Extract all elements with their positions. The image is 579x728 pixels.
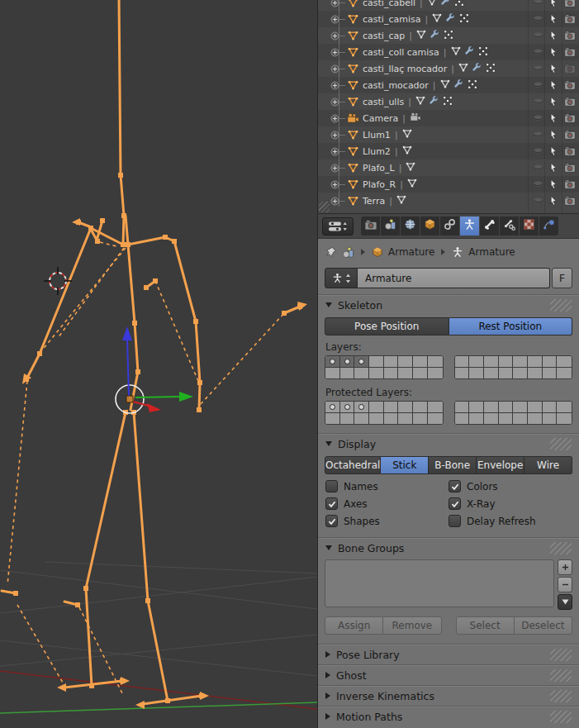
layer-toggle[interactable]	[398, 368, 413, 378]
option-axes[interactable]: Axes	[325, 497, 448, 510]
tab-object[interactable]	[420, 216, 439, 236]
layer-toggle[interactable]	[384, 368, 399, 378]
layer-toggle[interactable]	[384, 402, 399, 413]
viewport-3d[interactable]	[0, 0, 318, 728]
checkbox-icon[interactable]	[325, 515, 338, 527]
layer-toggle[interactable]	[528, 413, 543, 424]
layer-toggle[interactable]	[557, 413, 572, 424]
assign-button[interactable]: Assign	[325, 616, 383, 635]
object-name[interactable]: Terra	[363, 196, 385, 207]
selectable-toggle[interactable]	[547, 146, 560, 157]
hide-toggle[interactable]	[531, 131, 544, 139]
outliner-row[interactable]: casti_cap |	[318, 27, 579, 44]
selectable-toggle[interactable]	[547, 0, 560, 8]
layer-toggle[interactable]	[413, 356, 428, 368]
checkbox-icon[interactable]	[448, 497, 461, 510]
layer-toggle[interactable]	[499, 356, 514, 368]
renderable-toggle[interactable]	[563, 130, 577, 140]
layer-toggle[interactable]	[413, 402, 428, 413]
object-name[interactable]: casti_coll camisa	[363, 47, 439, 58]
layer-toggle[interactable]	[369, 413, 384, 424]
layer-toggle[interactable]	[325, 402, 340, 413]
mode-octahedral-button[interactable]: Octahedral	[325, 456, 381, 474]
layer-toggle[interactable]	[455, 402, 470, 413]
layer-toggle[interactable]	[398, 356, 413, 368]
layer-toggle[interactable]	[528, 356, 543, 368]
mode-wire-button[interactable]: Wire	[524, 456, 572, 474]
layer-toggle[interactable]	[499, 402, 514, 413]
selectable-toggle[interactable]	[547, 47, 560, 58]
selectable-toggle[interactable]	[547, 130, 560, 140]
select-button[interactable]: Select	[456, 616, 515, 635]
layer-toggle[interactable]	[455, 356, 470, 368]
remove-group-button[interactable]	[558, 577, 572, 592]
outliner-row[interactable]: Plafo_L |	[318, 159, 579, 176]
expand-icon[interactable]	[330, 146, 339, 156]
selectable-toggle[interactable]	[547, 97, 560, 107]
hide-toggle[interactable]	[531, 148, 544, 155]
layer-toggle[interactable]	[340, 402, 355, 413]
tab-constraints[interactable]	[440, 216, 459, 236]
layer-toggle[interactable]	[340, 413, 355, 424]
renderable-toggle[interactable]	[563, 97, 577, 107]
breadcrumb-data[interactable]: Armature	[468, 246, 515, 258]
outliner-row[interactable]: Plafo_R |	[318, 176, 579, 193]
selectable-toggle[interactable]	[547, 163, 560, 174]
expand-icon[interactable]	[330, 196, 339, 206]
hide-toggle[interactable]	[531, 65, 544, 73]
panel-drag-grip[interactable]	[550, 542, 572, 554]
scene-data-icon[interactable]	[342, 246, 354, 259]
hide-toggle[interactable]	[531, 164, 544, 172]
id-type-selector[interactable]	[325, 268, 358, 288]
layer-toggle[interactable]	[455, 368, 470, 378]
selectable-toggle[interactable]	[547, 14, 560, 25]
layer-toggle[interactable]	[369, 368, 384, 378]
object-name[interactable]: casti_mocador	[363, 80, 429, 91]
renderable-toggle[interactable]	[563, 196, 577, 206]
panel-drag-grip[interactable]	[550, 711, 572, 723]
layer-toggle[interactable]	[325, 368, 340, 378]
object-name[interactable]: Llum1	[363, 130, 391, 140]
option-delay-refresh[interactable]: Delay Refresh	[448, 515, 572, 527]
outliner-row[interactable]: casti_ulls |	[318, 93, 579, 110]
layer-toggle[interactable]	[413, 368, 428, 378]
layer-toggle[interactable]	[428, 413, 443, 424]
expand-icon[interactable]	[330, 179, 339, 189]
layer-toggle[interactable]	[557, 356, 572, 368]
option-shapes[interactable]: Shapes	[325, 515, 448, 527]
rest-position-button[interactable]: Rest Position	[449, 317, 573, 335]
layer-toggle[interactable]	[484, 402, 499, 413]
hide-toggle[interactable]	[531, 197, 544, 205]
renderable-toggle[interactable]	[563, 146, 577, 156]
panel-inverse-kinematics-header[interactable]: Inverse Kinematics	[318, 686, 579, 706]
panel-drag-grip[interactable]	[550, 669, 572, 682]
checkbox-icon[interactable]	[325, 497, 338, 510]
layer-toggle[interactable]	[543, 402, 558, 413]
outliner-row[interactable]: Llum2 |	[318, 143, 579, 159]
outliner-row[interactable]: casti_cabell |	[318, 0, 579, 11]
layer-toggle[interactable]	[428, 356, 443, 368]
layer-toggle[interactable]	[369, 402, 384, 413]
hide-toggle[interactable]	[531, 98, 544, 106]
outliner-row[interactable]: casti_camisa |	[318, 11, 579, 27]
hide-toggle[interactable]	[531, 49, 544, 56]
hide-toggle[interactable]	[531, 16, 544, 23]
object-name[interactable]: casti_cap	[363, 31, 405, 41]
display-panel-header[interactable]: Display	[318, 434, 579, 454]
layer-toggle[interactable]	[469, 402, 484, 413]
layer-toggle[interactable]	[413, 413, 428, 424]
remove-button[interactable]: Remove	[383, 616, 441, 635]
checkbox-icon[interactable]	[325, 480, 338, 492]
expand-icon[interactable]	[330, 64, 339, 74]
layer-toggle[interactable]	[428, 402, 443, 413]
outliner-row[interactable]: Camera |	[318, 110, 579, 126]
outliner-row[interactable]: Terra |	[318, 193, 579, 209]
mode-b-bone-button[interactable]: B-Bone	[429, 456, 477, 474]
expand-icon[interactable]	[330, 31, 339, 40]
hide-toggle[interactable]	[531, 32, 544, 40]
layer-toggle[interactable]	[325, 413, 340, 424]
layer-toggle[interactable]	[528, 368, 543, 378]
panel-motion-paths-header[interactable]: Motion Paths	[318, 707, 579, 726]
outliner-resize-grip[interactable]	[319, 202, 330, 212]
fake-user-button[interactable]: F	[552, 268, 572, 288]
